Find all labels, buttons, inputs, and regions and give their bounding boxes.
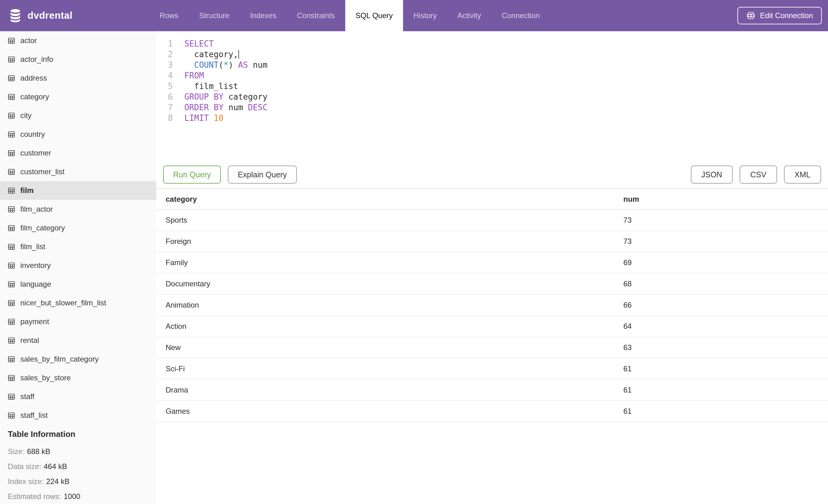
table-info-label: Data size: bbox=[8, 462, 41, 471]
sql-code-line: 7 ORDER BY num DESC bbox=[156, 102, 828, 113]
tab-sql-query[interactable]: SQL Query bbox=[345, 0, 403, 31]
table-info-value: 464 kB bbox=[44, 462, 67, 471]
sidebar-item-sales-by-store[interactable]: sales_by_store bbox=[0, 368, 156, 387]
nav-tab-label: Constraints bbox=[297, 11, 335, 20]
sidebar-item-rental[interactable]: rental bbox=[0, 331, 156, 350]
tables-sidebar: actor actor_info address bbox=[0, 31, 156, 504]
tab-constraints[interactable]: Constraints bbox=[287, 0, 345, 31]
table-name: rental bbox=[20, 336, 39, 345]
line-number: 3 bbox=[156, 60, 173, 70]
export-button-xml[interactable]: XML bbox=[784, 166, 821, 184]
table-info-label: Size: bbox=[8, 447, 25, 456]
sidebar-item-film-category[interactable]: film_category bbox=[0, 219, 156, 237]
table-grid-icon bbox=[8, 337, 15, 344]
sidebar-item-category[interactable]: category bbox=[0, 87, 156, 106]
sidebar-item-customer[interactable]: customer bbox=[0, 144, 156, 163]
line-number: 8 bbox=[156, 113, 173, 123]
sidebar-item-actor-info[interactable]: actor_info bbox=[0, 50, 156, 69]
result-row-family[interactable]: Family 69 bbox=[156, 252, 828, 274]
table-information-panel: Table Information Size: 688 kB Data size… bbox=[0, 425, 156, 504]
sidebar-item-payment[interactable]: payment bbox=[0, 312, 156, 331]
table-name: actor_info bbox=[20, 55, 53, 64]
result-cell-num: 61 bbox=[623, 407, 828, 416]
result-cell-num: 68 bbox=[623, 279, 828, 288]
table-name: language bbox=[20, 280, 51, 288]
table-name: country bbox=[20, 130, 45, 139]
export-button-csv[interactable]: CSV bbox=[740, 166, 777, 184]
tab-connection[interactable]: Connection bbox=[492, 0, 550, 31]
table-grid-icon bbox=[8, 281, 15, 288]
database-icon bbox=[9, 9, 22, 22]
result-cell-num: 61 bbox=[623, 386, 828, 395]
result-row-documentary[interactable]: Documentary 68 bbox=[156, 274, 828, 295]
table-name: nicer_but_slower_film_list bbox=[20, 299, 106, 307]
sidebar-item-language[interactable]: language bbox=[0, 275, 156, 293]
table-name: category bbox=[20, 92, 49, 101]
result-cell-category: Foreign bbox=[156, 237, 623, 246]
result-cell-num: 66 bbox=[623, 301, 828, 310]
line-number: 1 bbox=[156, 38, 173, 49]
tab-structure[interactable]: Structure bbox=[189, 0, 240, 31]
result-row-games[interactable]: Games 61 bbox=[156, 401, 828, 422]
sql-editor[interactable]: 1 SELECT 2 category, 3 COUNT(*) AS num 4… bbox=[156, 31, 828, 166]
result-row-animation[interactable]: Animation 66 bbox=[156, 295, 828, 316]
sidebar-item-film[interactable]: film bbox=[0, 181, 156, 200]
explain-query-button[interactable]: Explain Query bbox=[228, 166, 297, 184]
sidebar-item-film-list[interactable]: film_list bbox=[0, 237, 156, 256]
nav-tab-label: Connection bbox=[502, 11, 540, 20]
table-name: sales_by_film_category bbox=[20, 355, 99, 364]
result-cell-num: 61 bbox=[623, 364, 828, 373]
result-cell-num: 69 bbox=[623, 258, 828, 267]
tab-rows[interactable]: Rows bbox=[149, 0, 189, 31]
sidebar-item-staff[interactable]: staff bbox=[0, 387, 156, 406]
table-grid-icon bbox=[8, 112, 15, 119]
sidebar-item-sales-by-film-category[interactable]: sales_by_film_category bbox=[0, 350, 156, 368]
sidebar-item-staff-list[interactable]: staff_list bbox=[0, 406, 156, 425]
sidebar-item-inventory[interactable]: inventory bbox=[0, 256, 156, 275]
table-info-row: Index size: 224 kB bbox=[8, 474, 156, 489]
nav-tab-label: Activity bbox=[457, 11, 481, 20]
result-row-drama[interactable]: Drama 61 bbox=[156, 380, 828, 401]
nav-tab-label: Rows bbox=[160, 11, 178, 20]
sidebar-item-city[interactable]: city bbox=[0, 106, 156, 125]
table-info-value: 224 kB bbox=[46, 477, 70, 486]
table-information-rows: Size: 688 kB Data size: 464 kB Index siz… bbox=[8, 444, 156, 504]
result-row-new[interactable]: New 63 bbox=[156, 337, 828, 359]
query-actions-row: Run Query Explain Query JSONCSVXML bbox=[156, 166, 828, 184]
table-name: payment bbox=[20, 317, 49, 326]
result-cell-num: 73 bbox=[623, 216, 828, 225]
table-name: film_list bbox=[20, 242, 45, 251]
sidebar-item-nicer-but-slower-film-list[interactable]: nicer_but_slower_film_list bbox=[0, 293, 156, 312]
tab-activity[interactable]: Activity bbox=[447, 0, 492, 31]
result-row-sports[interactable]: Sports 73 bbox=[156, 210, 828, 231]
result-row-action[interactable]: Action 64 bbox=[156, 316, 828, 337]
tab-indexes[interactable]: Indexes bbox=[240, 0, 287, 31]
result-row-foreign[interactable]: Foreign 73 bbox=[156, 231, 828, 252]
result-cell-category: Sci-Fi bbox=[156, 364, 623, 373]
table-grid-icon bbox=[8, 300, 15, 307]
sql-code-line: 4 FROM bbox=[156, 70, 828, 81]
run-query-button[interactable]: Run Query bbox=[163, 166, 221, 184]
sidebar-item-customer-list[interactable]: customer_list bbox=[0, 163, 156, 181]
results-header-row: category num bbox=[156, 188, 828, 210]
sidebar-item-actor[interactable]: actor bbox=[0, 31, 156, 50]
sidebar-item-address[interactable]: address bbox=[0, 69, 156, 87]
table-grid-icon bbox=[8, 187, 15, 194]
tab-history[interactable]: History bbox=[403, 0, 447, 31]
table-grid-icon bbox=[8, 393, 15, 400]
export-buttons-group: JSONCSVXML bbox=[684, 166, 821, 184]
table-grid-icon bbox=[8, 356, 15, 363]
table-name: sales_by_store bbox=[20, 373, 71, 382]
edit-connection-button[interactable]: Edit Connection bbox=[737, 7, 822, 25]
result-row-sci-fi[interactable]: Sci-Fi 61 bbox=[156, 359, 828, 380]
sidebar-item-country[interactable]: country bbox=[0, 125, 156, 144]
sql-code-text: COUNT(*) AS num bbox=[173, 60, 267, 70]
sql-code-line: 8 LIMIT 10 bbox=[156, 113, 828, 123]
table-grid-icon bbox=[8, 318, 15, 325]
sidebar-item-film-actor[interactable]: film_actor bbox=[0, 200, 156, 219]
results-table: category num Sports 73 Foreign 73 Family… bbox=[156, 188, 828, 422]
table-name: customer_list bbox=[20, 167, 65, 176]
sql-code-line: 1 SELECT bbox=[156, 38, 828, 49]
export-button-json[interactable]: JSON bbox=[691, 166, 733, 184]
table-name: film bbox=[20, 186, 34, 195]
